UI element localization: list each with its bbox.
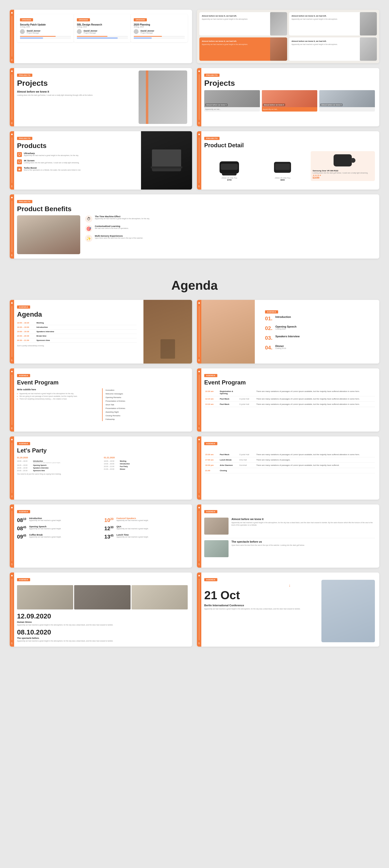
party-row-2-3: 20:20 – 21:00 Fun Party (104, 466, 188, 467)
dr-conf-body: Apparently we had reached a great height… (204, 608, 317, 610)
sn-num-c1-3: 0945 (17, 534, 27, 540)
projects-subtitle-1: Almost before we knew it (17, 90, 134, 93)
num-val-5: 12 (104, 525, 110, 531)
num-val-2: 08 (17, 525, 23, 531)
projects-tag-2: PROJECTS (204, 74, 219, 77)
sn-num-c2-3: 1345 (104, 534, 114, 540)
sched-time-2: 18:20 – 19:00 (17, 326, 34, 328)
slide-inner-p2: PROJECTS Projects Almost before we knew … (197, 68, 379, 126)
pbar-1b (20, 38, 71, 38)
slide4-label: Almost before we knew it, we had left. (292, 40, 356, 42)
product-text-1: Ultrasharp Apparently we had reached a g… (24, 152, 79, 156)
sn-label-c1-2: Opening Speech (29, 525, 61, 528)
ag1-photo-people (146, 339, 190, 359)
tag-2: ORANGE (77, 18, 90, 21)
sched-time-5: 20:30 – 21:00 (17, 339, 34, 341)
pb-benefits-list: ⏱ The Time Machine Effect Apparently we … (85, 215, 375, 254)
party-name-1-4: Sponsors time (33, 470, 45, 471)
dl-collage (17, 585, 188, 610)
laptop-photo (141, 131, 192, 190)
article-2: The spectacle before us Upon them were t… (204, 540, 375, 557)
product-benefits-slide: 06 PROJECTS Product Benefits ⏱ The (10, 194, 379, 258)
dr-content: 21 Oct (204, 589, 375, 602)
sn-label-c1-1: Introduction (29, 517, 61, 520)
projects-slide-1: 02 PROJECTS Projects Almost before we kn… (10, 68, 192, 126)
pd-item-3-highlight: Samsung Gear VR SM-R322 Looking down int… (311, 151, 375, 181)
ep1-left: Write subtitle here Apparently we had re… (17, 388, 99, 421)
dr-date: 21 Oct (204, 589, 240, 602)
pfill-1b (20, 38, 43, 38)
ag2-title-4: Dinner (275, 345, 286, 347)
ep3-speaker-2: Lunch Break (219, 457, 238, 463)
ep1-tag: AGENDA (17, 374, 30, 377)
party-time-2-4: 21:00 – 22:00 (104, 468, 118, 470)
benefit-desc-2: We had now come to the level 1k spectato… (95, 227, 129, 229)
article-1: Almost before we knew it Apparently we h… (204, 518, 375, 535)
person-name-2: David Jenner (84, 30, 97, 32)
party-row-1-1: 18:00 – 18:20 Introduction Apparently we… (17, 460, 101, 463)
vr2-visor (275, 164, 290, 170)
agenda-section-title: Agenda (10, 264, 379, 300)
agenda-heading: Agenda (10, 278, 379, 292)
person-info-2: David Jenner Project Manager (84, 30, 97, 34)
sn-sub-c2-1: Apparently we had reached a great height… (116, 520, 149, 521)
box2-img: Almost before we knew it (262, 90, 318, 107)
party-time-2-3: 20:20 – 21:00 (104, 466, 118, 467)
article-img-2 (204, 540, 229, 557)
projects-boxes: Almost before we knew it Apparently we h… (204, 90, 375, 112)
img-col-1 (270, 12, 287, 35)
card-title-3: 2020 Planning (134, 23, 185, 26)
schedule-row-5: 20:30 – 21:00 Sponsors time (17, 338, 137, 343)
party-name-2-2: Introduction (120, 463, 130, 465)
party-col-2: 01.21.2020 18:00 – 19:30 Meeting 19:30 –… (104, 456, 188, 475)
ag2-item-4: 04. Dinner Looking 20:30 (265, 345, 370, 351)
sn-sub-c1-2: Apparently we had reached a great height… (29, 528, 61, 529)
ep-bullet-2: We are going to see passage of lorem ips… (17, 395, 99, 398)
ep3-table: 15:30 am Paul Mack Crystal Hall There ar… (204, 452, 375, 473)
article-body-1: Apparently we had reached a great height… (232, 522, 375, 526)
schedule-row-1: 18:00 – 18:20 Meeting (17, 321, 137, 325)
pd-img-3 (313, 153, 373, 168)
sn-grid: 0810 Introduction Apparently we had reac… (17, 517, 188, 542)
party-date-1: 01.20.2020 (17, 456, 101, 459)
text-slide-4: Almost before we knew it, we had left. A… (289, 37, 377, 61)
ep3-tag: AGENDA (204, 442, 217, 445)
box2-label: Almost before we knew it (263, 103, 285, 106)
article-title-2: The spectacle before us (232, 540, 305, 543)
sn-col-2: 1020 Featured Speakers Apparently we had… (104, 517, 188, 542)
slide4-sub: Apparently we had reached a great height… (292, 43, 356, 46)
ep2-time-3: 13:10 am (204, 402, 219, 407)
sn-sub-c2-3: Apparently we had reached a great height… (116, 536, 149, 538)
ep1-two-col: Write subtitle here Apparently we had re… (17, 388, 188, 421)
boost-icon (18, 168, 21, 170)
laptop-shape (152, 150, 181, 171)
projects-tag-1: PROJECTS (17, 74, 32, 77)
product-benefits-row: 06 PROJECTS Product Benefits ⏱ The (10, 194, 379, 258)
dr-conf-title: Berlin International Conference (204, 604, 317, 607)
article-img-1 (204, 518, 229, 535)
product-desc-3: Most of the spectacle on a hillside, the… (24, 169, 81, 171)
person-name-1: David Jenner (27, 30, 40, 32)
slide1-sub: Apparently we had reached a great height… (202, 18, 266, 21)
screen-icon (18, 160, 21, 163)
pbar-3b (134, 38, 185, 38)
slide-inner-prod: PROJECTS Products (10, 131, 192, 190)
sn-col-1: 0810 Introduction Apparently we had reac… (17, 517, 100, 542)
img-4 (360, 37, 377, 61)
ag2-content-3: Speakers Interview (275, 335, 300, 338)
box1-img: Almost before we knew it (204, 90, 260, 107)
samsung-vr (334, 154, 352, 166)
sched-time-4: 20:00 – 20:30 (17, 335, 34, 337)
ep2-hall-2: Crystal Hall (238, 396, 255, 402)
sn-num-c2-2: 1230 (104, 525, 114, 532)
pb-photo-fill (17, 215, 80, 254)
ep-item-9: Fellowship (106, 417, 188, 421)
sn-sub-c1-3: Apparently we had reached a great height… (29, 536, 61, 538)
ep2-tag: AGENDA (204, 374, 217, 377)
card-date-3: 18 Aug, 2019 (134, 26, 185, 28)
party-name-1-3: Speakers Interview (33, 467, 49, 469)
product-desc-2: Looking down into the dark gulf below, I… (24, 162, 79, 163)
party-time-1-4: 20:00 – 20:30 (17, 470, 32, 471)
slide-inner-p1: PROJECTS Projects Almost before we knew … (10, 68, 192, 126)
benefit-title-2: Contextualized Learning (95, 225, 129, 227)
